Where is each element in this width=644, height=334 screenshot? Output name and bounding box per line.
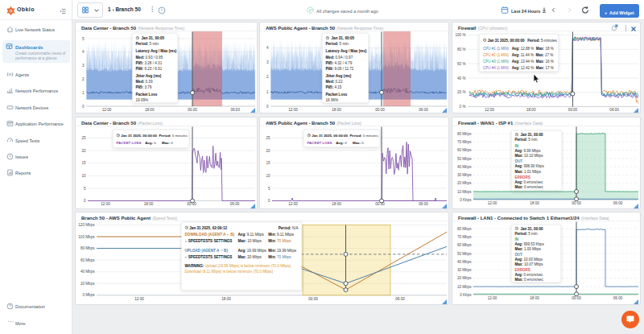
svg-text:12:00: 12:00 bbox=[288, 108, 298, 112]
svg-text:30 Mbps: 30 Mbps bbox=[457, 173, 472, 177]
svg-text:50 Mbps: 50 Mbps bbox=[457, 157, 472, 161]
svg-text:5: 5 bbox=[268, 187, 270, 191]
svg-text:3: 3 bbox=[266, 60, 269, 64]
svg-text:20: 20 bbox=[266, 149, 270, 153]
svg-text:18:00: 18:00 bbox=[526, 108, 536, 112]
svg-text:20 Mbps: 20 Mbps bbox=[80, 282, 95, 286]
svg-text:120 Mbps: 120 Mbps bbox=[78, 223, 95, 227]
svg-text:12:00: 12:00 bbox=[485, 108, 494, 112]
svg-text:00:00: 00:00 bbox=[572, 296, 581, 300]
svg-text:4: 4 bbox=[82, 50, 85, 54]
svg-text:10 Mbps: 10 Mbps bbox=[457, 190, 472, 194]
svg-text:60 Mbps: 60 Mbps bbox=[457, 148, 472, 152]
svg-text:0: 0 bbox=[84, 199, 86, 203]
svg-text:60 Mbps: 60 Mbps bbox=[80, 258, 95, 262]
svg-text:06:00: 06:00 bbox=[613, 201, 623, 205]
svg-text:18:00: 18:00 bbox=[144, 202, 154, 206]
svg-text:10: 10 bbox=[266, 174, 270, 178]
svg-text:06:00: 06:00 bbox=[395, 297, 405, 301]
svg-text:12:00: 12:00 bbox=[288, 202, 298, 206]
svg-text:12:00: 12:00 bbox=[101, 202, 110, 206]
svg-text:0 Mbps: 0 Mbps bbox=[82, 293, 95, 297]
svg-text:00:00: 00:00 bbox=[568, 108, 578, 112]
svg-text:5: 5 bbox=[82, 37, 85, 41]
svg-text:18:00: 18:00 bbox=[145, 108, 155, 112]
svg-text:5: 5 bbox=[84, 187, 86, 191]
svg-text:70 Mbps: 70 Mbps bbox=[457, 140, 472, 144]
svg-text:80 Mbps: 80 Mbps bbox=[457, 227, 472, 231]
svg-text:80 Mbps: 80 Mbps bbox=[80, 246, 95, 250]
svg-text:10 Mbps: 10 Mbps bbox=[457, 285, 472, 289]
svg-text:80 %: 80 % bbox=[457, 47, 465, 52]
svg-text:30 Mbps: 30 Mbps bbox=[457, 268, 472, 272]
svg-text:00:00: 00:00 bbox=[375, 108, 385, 112]
svg-text:15: 15 bbox=[266, 161, 270, 165]
svg-text:0 %: 0 % bbox=[460, 105, 466, 109]
svg-text:06:00: 06:00 bbox=[230, 108, 240, 112]
svg-text:12:00: 12:00 bbox=[488, 201, 497, 205]
svg-text:25: 25 bbox=[266, 136, 270, 140]
svg-text:00:00: 00:00 bbox=[308, 297, 318, 301]
svg-text:20 %: 20 % bbox=[457, 90, 465, 94]
svg-text:0 Kbps: 0 Kbps bbox=[460, 198, 472, 202]
svg-text:70 Mbps: 70 Mbps bbox=[457, 235, 472, 239]
svg-text:12:00: 12:00 bbox=[488, 296, 497, 300]
svg-text:80 Mbps: 80 Mbps bbox=[457, 132, 472, 136]
svg-text:00:00: 00:00 bbox=[188, 108, 197, 112]
svg-text:18:00: 18:00 bbox=[332, 108, 341, 112]
svg-text:1: 1 bbox=[266, 90, 269, 94]
svg-text:4: 4 bbox=[266, 46, 269, 50]
svg-text:2: 2 bbox=[266, 75, 269, 79]
svg-text:18:00: 18:00 bbox=[221, 297, 231, 301]
svg-text:50 Mbps: 50 Mbps bbox=[457, 252, 472, 256]
svg-text:60 %: 60 % bbox=[457, 62, 465, 66]
svg-text:60 Mbps: 60 Mbps bbox=[457, 243, 472, 247]
svg-text:40 Mbps: 40 Mbps bbox=[80, 270, 95, 274]
svg-text:00:00: 00:00 bbox=[572, 201, 581, 205]
svg-text:100 %: 100 % bbox=[455, 33, 465, 37]
svg-text:06:00: 06:00 bbox=[230, 202, 240, 206]
svg-text:0: 0 bbox=[268, 199, 270, 203]
svg-text:06:00: 06:00 bbox=[609, 108, 619, 112]
svg-text:0 Kbps: 0 Kbps bbox=[460, 293, 472, 297]
svg-text:20 Mbps: 20 Mbps bbox=[457, 276, 472, 280]
svg-text:00:00: 00:00 bbox=[375, 202, 385, 206]
svg-text:100 Mbps: 100 Mbps bbox=[78, 235, 95, 239]
svg-text:40 Mbps: 40 Mbps bbox=[457, 260, 472, 264]
svg-text:18:00: 18:00 bbox=[332, 202, 341, 206]
svg-text:18:00: 18:00 bbox=[530, 201, 539, 205]
svg-text:06:00: 06:00 bbox=[419, 202, 428, 206]
svg-text:3: 3 bbox=[82, 64, 85, 68]
svg-text:20 Mbps: 20 Mbps bbox=[457, 181, 472, 185]
svg-text:40 %: 40 % bbox=[457, 76, 465, 80]
svg-text:18:00: 18:00 bbox=[530, 296, 539, 300]
svg-text:0: 0 bbox=[266, 105, 269, 109]
svg-text:40 Mbps: 40 Mbps bbox=[457, 165, 472, 169]
svg-text:06:00: 06:00 bbox=[613, 296, 623, 300]
svg-text:06:00: 06:00 bbox=[419, 108, 428, 112]
svg-text:12:00: 12:00 bbox=[134, 297, 144, 301]
